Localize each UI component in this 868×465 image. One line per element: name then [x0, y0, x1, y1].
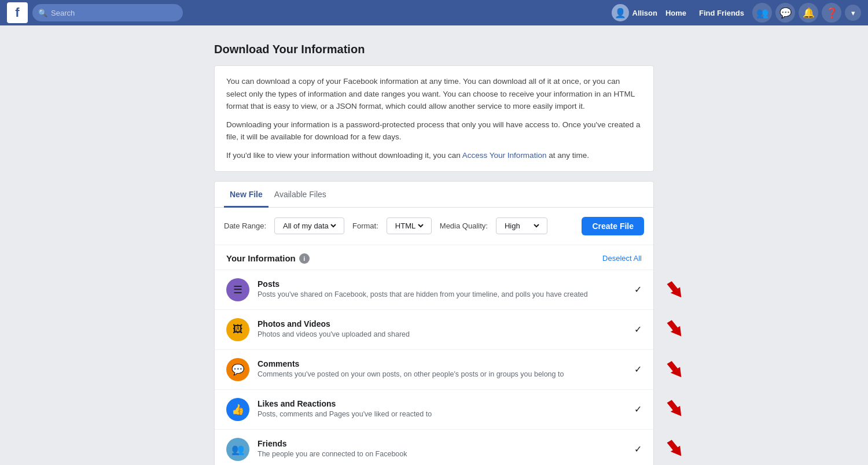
- posts-icon: ☰: [226, 278, 249, 301]
- media-quality-select[interactable]: High Medium Low: [496, 217, 547, 234]
- search-icon: 🔍: [38, 9, 47, 17]
- date-range-dropdown[interactable]: All of my data: [281, 221, 338, 231]
- comments-title: Comments: [258, 359, 628, 368]
- likes-check[interactable]: ✓: [634, 404, 642, 415]
- posts-text: Posts Posts you've shared on Facebook, p…: [258, 279, 628, 300]
- friends-check[interactable]: ✓: [634, 444, 642, 455]
- info-para-3: If you'd like to view your information w…: [226, 149, 642, 162]
- access-your-information-link[interactable]: Access Your Information: [462, 151, 547, 160]
- user-name: Allison: [632, 9, 657, 17]
- photos-videos-icon: 🖼: [226, 318, 249, 341]
- comments-desc: Comments you've posted on your own posts…: [258, 370, 628, 380]
- search-bar[interactable]: 🔍: [32, 4, 183, 21]
- photos-videos-check[interactable]: ✓: [634, 324, 642, 335]
- search-input[interactable]: [51, 9, 177, 17]
- list-item: 🖼 Photos and Videos Photos and videos yo…: [215, 310, 653, 350]
- format-select[interactable]: HTML JSON: [387, 217, 432, 234]
- find-friends-link[interactable]: Find Friends: [694, 6, 749, 20]
- photos-videos-desc: Photos and videos you've uploaded and sh…: [258, 330, 628, 340]
- friends-icon[interactable]: 👥: [752, 3, 772, 23]
- comments-icon: 💬: [226, 358, 249, 381]
- photos-videos-text: Photos and Videos Photos and videos you'…: [258, 319, 628, 340]
- page-title: Download Your Information: [214, 43, 654, 56]
- svg-marker-3: [664, 398, 686, 419]
- filters-row: Date Range: All of my data Format: HTML …: [215, 208, 653, 245]
- navbar: f 🔍 👤 Allison Home Find Friends 👥 💬 🔔 ❓ …: [0, 0, 868, 25]
- svg-marker-2: [664, 359, 686, 379]
- date-range-select[interactable]: All of my data: [274, 217, 344, 234]
- info-para-3-prefix: If you'd like to view your information w…: [226, 151, 462, 160]
- tabs-header: New File Available Files: [215, 182, 653, 208]
- notifications-icon[interactable]: 🔔: [799, 3, 818, 23]
- svg-marker-1: [664, 319, 686, 339]
- list-item: 👍 Likes and Reactions Posts, comments an…: [215, 390, 653, 430]
- comments-text: Comments Comments you've posted on your …: [258, 359, 628, 380]
- annotation-arrows: [658, 270, 693, 465]
- tab-available-files[interactable]: Available Files: [269, 182, 332, 208]
- svg-marker-0: [664, 279, 686, 300]
- friends-desc: The people you are connected to on Faceb…: [258, 449, 628, 460]
- likes-desc: Posts, comments and Pages you've liked o…: [258, 409, 628, 420]
- user-profile[interactable]: 👤 Allison: [612, 4, 657, 21]
- posts-title: Posts: [258, 279, 628, 289]
- likes-title: Likes and Reactions: [258, 399, 628, 408]
- likes-icon: 👍: [226, 398, 249, 421]
- media-quality-dropdown[interactable]: High Medium Low: [502, 221, 541, 231]
- avatar: 👤: [612, 4, 629, 21]
- help-icon[interactable]: ❓: [822, 3, 841, 23]
- format-label: Format:: [352, 222, 378, 230]
- messenger-icon[interactable]: 💬: [775, 3, 795, 23]
- main-card: New File Available Files Date Range: All…: [214, 181, 654, 465]
- date-range-label: Date Range:: [224, 222, 266, 230]
- your-information-section: Your Information i Deselect All ☰ Posts …: [215, 245, 653, 465]
- svg-marker-4: [664, 438, 686, 459]
- main-content: Download Your Information You can downlo…: [203, 25, 665, 465]
- friends-item-icon: 👥: [226, 438, 249, 461]
- your-info-title: Your Information i: [226, 253, 310, 264]
- tab-new-file[interactable]: New File: [224, 182, 269, 208]
- posts-desc: Posts you've shared on Facebook, posts t…: [258, 290, 628, 300]
- facebook-logo: f: [7, 2, 28, 23]
- info-para-1: You can download a copy of your Facebook…: [226, 75, 642, 113]
- info-items-wrapper: ☰ Posts Posts you've shared on Facebook,…: [215, 270, 653, 465]
- list-item: 💬 Comments Comments you've posted on you…: [215, 350, 653, 390]
- list-item: 👥 Friends The people you are connected t…: [215, 430, 653, 465]
- info-para-2: Downloading your information is a passwo…: [226, 119, 642, 143]
- media-quality-label: Media Quality:: [440, 222, 488, 230]
- photos-videos-title: Photos and Videos: [258, 319, 628, 329]
- navbar-right: 👤 Allison Home Find Friends 👥 💬 🔔 ❓ ▾: [183, 3, 861, 23]
- comments-check[interactable]: ✓: [634, 364, 642, 375]
- deselect-all-button[interactable]: Deselect All: [602, 254, 642, 263]
- format-dropdown[interactable]: HTML JSON: [393, 221, 425, 231]
- friends-text: Friends The people you are connected to …: [258, 439, 628, 460]
- posts-check[interactable]: ✓: [634, 284, 642, 295]
- friends-title: Friends: [258, 439, 628, 448]
- likes-text: Likes and Reactions Posts, comments and …: [258, 399, 628, 420]
- info-box: You can download a copy of your Facebook…: [214, 65, 654, 172]
- your-info-header: Your Information i Deselect All: [215, 245, 653, 270]
- more-dropdown-icon[interactable]: ▾: [845, 5, 861, 21]
- info-tooltip-icon[interactable]: i: [299, 253, 310, 264]
- create-file-button[interactable]: Create File: [582, 217, 644, 235]
- list-item: ☰ Posts Posts you've shared on Facebook,…: [215, 270, 653, 310]
- info-para-3-suffix: at any time.: [546, 151, 589, 160]
- home-link[interactable]: Home: [661, 6, 691, 20]
